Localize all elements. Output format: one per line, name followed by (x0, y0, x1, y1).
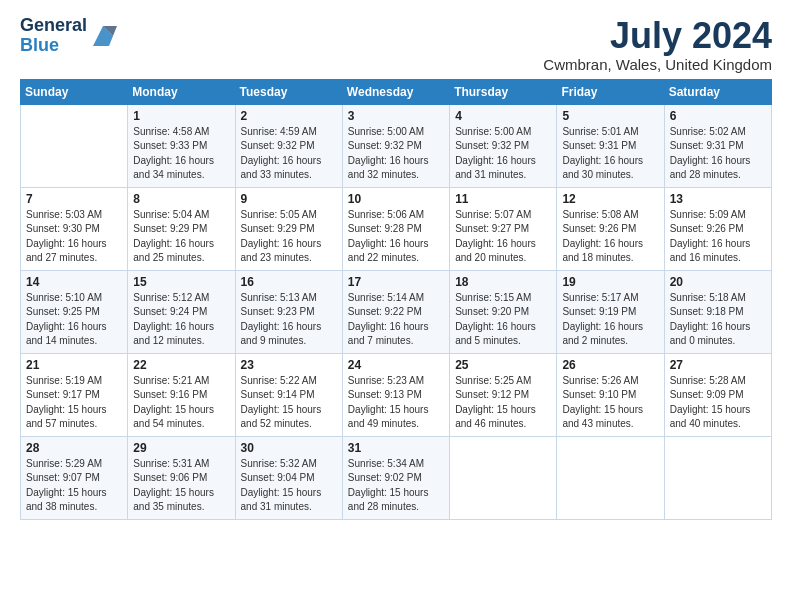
weekday-header-row: SundayMondayTuesdayWednesdayThursdayFrid… (21, 79, 772, 104)
day-info: Sunrise: 5:31 AMSunset: 9:06 PMDaylight:… (133, 457, 229, 515)
day-number: 3 (348, 109, 444, 123)
day-info: Sunrise: 5:34 AMSunset: 9:02 PMDaylight:… (348, 457, 444, 515)
calendar-cell: 25Sunrise: 5:25 AMSunset: 9:12 PMDayligh… (450, 353, 557, 436)
day-number: 6 (670, 109, 766, 123)
weekday-header-tuesday: Tuesday (235, 79, 342, 104)
day-info: Sunrise: 5:15 AMSunset: 9:20 PMDaylight:… (455, 291, 551, 349)
day-info: Sunrise: 5:28 AMSunset: 9:09 PMDaylight:… (670, 374, 766, 432)
calendar-cell: 12Sunrise: 5:08 AMSunset: 9:26 PMDayligh… (557, 187, 664, 270)
day-number: 31 (348, 441, 444, 455)
day-number: 15 (133, 275, 229, 289)
logo-blue: Blue (20, 36, 87, 56)
day-info: Sunrise: 5:19 AMSunset: 9:17 PMDaylight:… (26, 374, 122, 432)
day-number: 12 (562, 192, 658, 206)
calendar-cell: 13Sunrise: 5:09 AMSunset: 9:26 PMDayligh… (664, 187, 771, 270)
day-number: 17 (348, 275, 444, 289)
calendar-cell (557, 436, 664, 519)
day-info: Sunrise: 5:00 AMSunset: 9:32 PMDaylight:… (348, 125, 444, 183)
day-info: Sunrise: 5:12 AMSunset: 9:24 PMDaylight:… (133, 291, 229, 349)
calendar-week-row: 1Sunrise: 4:58 AMSunset: 9:33 PMDaylight… (21, 104, 772, 187)
calendar-cell: 7Sunrise: 5:03 AMSunset: 9:30 PMDaylight… (21, 187, 128, 270)
day-number: 22 (133, 358, 229, 372)
day-number: 7 (26, 192, 122, 206)
calendar-cell: 30Sunrise: 5:32 AMSunset: 9:04 PMDayligh… (235, 436, 342, 519)
day-info: Sunrise: 4:59 AMSunset: 9:32 PMDaylight:… (241, 125, 337, 183)
day-info: Sunrise: 5:14 AMSunset: 9:22 PMDaylight:… (348, 291, 444, 349)
header: General Blue July 2024 Cwmbran, Wales, U… (20, 16, 772, 73)
calendar-cell: 17Sunrise: 5:14 AMSunset: 9:22 PMDayligh… (342, 270, 449, 353)
calendar-cell: 2Sunrise: 4:59 AMSunset: 9:32 PMDaylight… (235, 104, 342, 187)
day-number: 24 (348, 358, 444, 372)
calendar-cell: 24Sunrise: 5:23 AMSunset: 9:13 PMDayligh… (342, 353, 449, 436)
calendar-cell: 5Sunrise: 5:01 AMSunset: 9:31 PMDaylight… (557, 104, 664, 187)
calendar-cell: 20Sunrise: 5:18 AMSunset: 9:18 PMDayligh… (664, 270, 771, 353)
day-info: Sunrise: 5:06 AMSunset: 9:28 PMDaylight:… (348, 208, 444, 266)
day-info: Sunrise: 5:04 AMSunset: 9:29 PMDaylight:… (133, 208, 229, 266)
month-year: July 2024 (543, 16, 772, 56)
day-number: 5 (562, 109, 658, 123)
calendar-week-row: 28Sunrise: 5:29 AMSunset: 9:07 PMDayligh… (21, 436, 772, 519)
day-number: 4 (455, 109, 551, 123)
calendar-cell: 1Sunrise: 4:58 AMSunset: 9:33 PMDaylight… (128, 104, 235, 187)
calendar-table: SundayMondayTuesdayWednesdayThursdayFrid… (20, 79, 772, 520)
calendar-cell: 10Sunrise: 5:06 AMSunset: 9:28 PMDayligh… (342, 187, 449, 270)
calendar-cell: 23Sunrise: 5:22 AMSunset: 9:14 PMDayligh… (235, 353, 342, 436)
logo-icon (89, 22, 117, 50)
weekday-header-sunday: Sunday (21, 79, 128, 104)
day-info: Sunrise: 5:32 AMSunset: 9:04 PMDaylight:… (241, 457, 337, 515)
calendar-cell: 14Sunrise: 5:10 AMSunset: 9:25 PMDayligh… (21, 270, 128, 353)
calendar-cell (664, 436, 771, 519)
day-info: Sunrise: 5:17 AMSunset: 9:19 PMDaylight:… (562, 291, 658, 349)
day-number: 13 (670, 192, 766, 206)
weekday-header-wednesday: Wednesday (342, 79, 449, 104)
day-info: Sunrise: 5:10 AMSunset: 9:25 PMDaylight:… (26, 291, 122, 349)
calendar-cell: 19Sunrise: 5:17 AMSunset: 9:19 PMDayligh… (557, 270, 664, 353)
day-number: 30 (241, 441, 337, 455)
calendar-cell: 29Sunrise: 5:31 AMSunset: 9:06 PMDayligh… (128, 436, 235, 519)
day-number: 2 (241, 109, 337, 123)
calendar-cell: 6Sunrise: 5:02 AMSunset: 9:31 PMDaylight… (664, 104, 771, 187)
day-info: Sunrise: 5:21 AMSunset: 9:16 PMDaylight:… (133, 374, 229, 432)
day-info: Sunrise: 5:18 AMSunset: 9:18 PMDaylight:… (670, 291, 766, 349)
day-number: 23 (241, 358, 337, 372)
day-number: 10 (348, 192, 444, 206)
day-number: 9 (241, 192, 337, 206)
day-info: Sunrise: 5:03 AMSunset: 9:30 PMDaylight:… (26, 208, 122, 266)
day-number: 14 (26, 275, 122, 289)
day-info: Sunrise: 5:13 AMSunset: 9:23 PMDaylight:… (241, 291, 337, 349)
location: Cwmbran, Wales, United Kingdom (543, 56, 772, 73)
calendar-week-row: 14Sunrise: 5:10 AMSunset: 9:25 PMDayligh… (21, 270, 772, 353)
calendar-cell: 16Sunrise: 5:13 AMSunset: 9:23 PMDayligh… (235, 270, 342, 353)
day-info: Sunrise: 5:07 AMSunset: 9:27 PMDaylight:… (455, 208, 551, 266)
calendar-cell: 18Sunrise: 5:15 AMSunset: 9:20 PMDayligh… (450, 270, 557, 353)
day-info: Sunrise: 5:05 AMSunset: 9:29 PMDaylight:… (241, 208, 337, 266)
day-number: 8 (133, 192, 229, 206)
day-number: 25 (455, 358, 551, 372)
logo-text: General Blue (20, 16, 87, 56)
day-number: 19 (562, 275, 658, 289)
day-info: Sunrise: 5:23 AMSunset: 9:13 PMDaylight:… (348, 374, 444, 432)
calendar-cell: 11Sunrise: 5:07 AMSunset: 9:27 PMDayligh… (450, 187, 557, 270)
day-info: Sunrise: 5:00 AMSunset: 9:32 PMDaylight:… (455, 125, 551, 183)
weekday-header-monday: Monday (128, 79, 235, 104)
calendar-cell: 27Sunrise: 5:28 AMSunset: 9:09 PMDayligh… (664, 353, 771, 436)
day-number: 20 (670, 275, 766, 289)
calendar-cell: 26Sunrise: 5:26 AMSunset: 9:10 PMDayligh… (557, 353, 664, 436)
weekday-header-thursday: Thursday (450, 79, 557, 104)
calendar-cell: 31Sunrise: 5:34 AMSunset: 9:02 PMDayligh… (342, 436, 449, 519)
calendar-cell: 4Sunrise: 5:00 AMSunset: 9:32 PMDaylight… (450, 104, 557, 187)
calendar-page: General Blue July 2024 Cwmbran, Wales, U… (0, 0, 792, 540)
logo: General Blue (20, 16, 117, 56)
calendar-cell: 15Sunrise: 5:12 AMSunset: 9:24 PMDayligh… (128, 270, 235, 353)
day-number: 1 (133, 109, 229, 123)
calendar-cell: 28Sunrise: 5:29 AMSunset: 9:07 PMDayligh… (21, 436, 128, 519)
calendar-cell (21, 104, 128, 187)
day-number: 26 (562, 358, 658, 372)
day-number: 27 (670, 358, 766, 372)
day-number: 16 (241, 275, 337, 289)
calendar-cell: 9Sunrise: 5:05 AMSunset: 9:29 PMDaylight… (235, 187, 342, 270)
calendar-week-row: 21Sunrise: 5:19 AMSunset: 9:17 PMDayligh… (21, 353, 772, 436)
weekday-header-saturday: Saturday (664, 79, 771, 104)
day-number: 28 (26, 441, 122, 455)
day-number: 18 (455, 275, 551, 289)
